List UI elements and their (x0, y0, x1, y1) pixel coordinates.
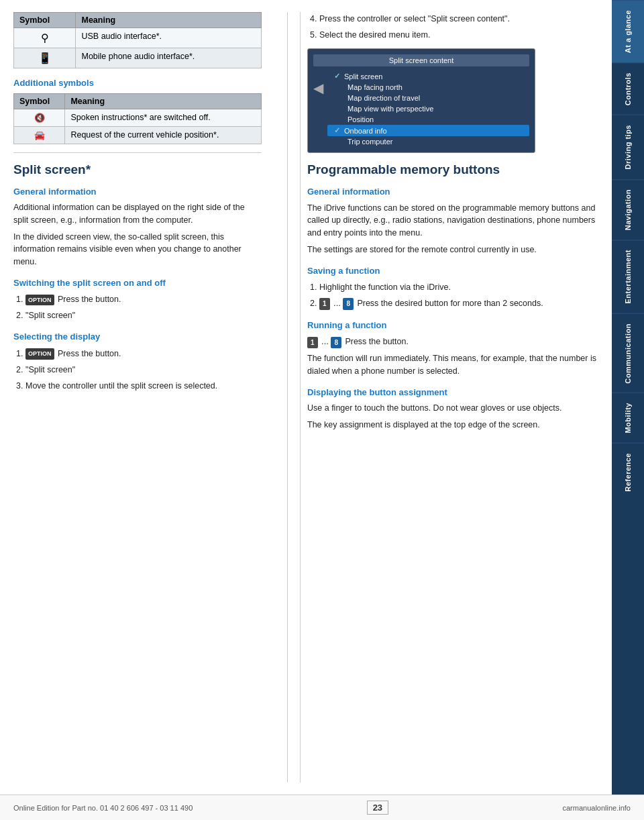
selecting-display-steps: OPTION Press the button. "Split screen" … (13, 347, 262, 393)
main-content: Symbol Meaning ⚲ USB audio interface*. 📱… (0, 0, 612, 795)
screenshot-steps: Press the controller or select "Split sc… (307, 12, 598, 42)
screenshot-item: Trip computer (327, 136, 529, 147)
sidebar-tab-at-a-glance[interactable]: At a glance (612, 0, 644, 62)
sidebar-tab-controls[interactable]: Controls (612, 62, 644, 115)
mem-btn-1: 1 (319, 298, 330, 310)
divider (13, 152, 262, 153)
general-info-para-right-2: The settings are stored for the remote c… (307, 244, 598, 256)
mem-btn-run-1: 1 (307, 337, 318, 348)
right-sidebar: At a glance Controls Driving tips Naviga… (612, 0, 644, 795)
screenshot-item: Map facing north (327, 82, 529, 93)
meaning-cell: Spoken instructions* are switched off. (65, 109, 262, 126)
symbol-cell: 🚘 (14, 126, 65, 144)
additional-symbol-table: Symbol Meaning 🔇 Spoken instructions* ar… (13, 93, 262, 144)
general-info-para-right-1: The iDrive functions can be stored on th… (307, 202, 598, 240)
list-item: Press the controller or select "Split sc… (319, 12, 598, 25)
general-info-heading-right: General information (307, 185, 598, 199)
meaning-header: Meaning (65, 93, 262, 109)
selecting-display-heading: Selecting the display (13, 330, 262, 344)
left-nav-arrow: ◀ (313, 80, 323, 96)
mem-btn-run-8: 8 (331, 337, 341, 348)
saving-heading: Saving a function (307, 264, 598, 278)
sidebar-tab-mobility[interactable]: Mobility (612, 393, 644, 443)
symbol-cell: ⚲ (14, 28, 76, 48)
sidebar-tab-driving-tips[interactable]: Driving tips (612, 115, 644, 179)
check-icon: ✓ (334, 126, 340, 135)
page-container: Symbol Meaning ⚲ USB audio interface*. 📱… (0, 0, 644, 795)
list-item: Select the desired menu item. (319, 28, 598, 42)
screenshot-item: ✓ Split screen (327, 70, 529, 82)
meaning-cell: Request of the current vehicle position*… (65, 126, 262, 144)
displaying-heading: Displaying the button assignment (307, 386, 598, 399)
page-number: 23 (367, 801, 388, 815)
option-button-icon: OPTION (25, 295, 54, 305)
screenshot-item: Map direction of travel (327, 93, 529, 103)
table-row: 🚘 Request of the current vehicle positio… (14, 126, 262, 144)
mem-btn-8: 8 (343, 298, 354, 310)
list-item: OPTION Press the button. (25, 347, 262, 360)
table-row: 🔇 Spoken instructions* are switched off. (14, 109, 262, 126)
saving-steps: Highlight the function via the iDrive. 1… (307, 280, 598, 311)
sidebar-tab-entertainment[interactable]: Entertainment (612, 240, 644, 313)
main-symbol-table: Symbol Meaning ⚲ USB audio interface*. 📱… (13, 12, 262, 68)
list-item: Highlight the function via the iDrive. (319, 280, 598, 294)
general-info-para-2: In the divided screen view, the so-calle… (13, 231, 262, 268)
screenshot-item: Map view with perspective (327, 103, 529, 114)
displaying-para-2: The key assignment is displayed at the t… (307, 419, 598, 431)
symbol-header: Symbol (14, 13, 76, 28)
list-item: 1 ... 8 Press the desired button for mor… (319, 297, 598, 311)
check-icon: ✓ (334, 72, 340, 81)
footer-watermark: carmanualonline.info (562, 804, 631, 812)
column-divider (287, 12, 288, 782)
footer: Online Edition for Part no. 01 40 2 606 … (0, 795, 644, 820)
ellipsis-run: ... (321, 336, 329, 346)
table-row: 📱 Mobile phone audio interface*. (14, 48, 262, 68)
symbol-cell: 📱 (14, 48, 76, 68)
screenshot-items-list: ✓ Split screen Map facing north Map dire… (327, 70, 529, 147)
meaning-cell: Mobile phone audio interface*. (76, 48, 262, 68)
running-heading: Running a function (307, 319, 598, 332)
programmable-title: Programmable memory buttons (307, 162, 598, 177)
list-item: "Split screen" (25, 309, 262, 322)
screenshot-item-highlighted: ✓ Onboard info (327, 125, 529, 136)
list-item: Move the controller until the split scre… (25, 379, 262, 393)
general-info-para-1: Additional information can be displayed … (13, 201, 262, 227)
screenshot-box: Split screen content ◀ ✓ Split screen Ma… (307, 48, 535, 153)
running-intro: 1 ... 8 Press the button. (307, 335, 598, 348)
meaning-header: Meaning (76, 13, 262, 28)
switching-heading: Switching the split screen on and off (13, 276, 262, 290)
switching-steps: OPTION Press the button. "Split screen" (13, 293, 262, 322)
displaying-para-1: Use a finger to touch the buttons. Do no… (307, 402, 598, 415)
split-screen-title: Split screen* (13, 162, 262, 177)
running-para: The function will run immediately. This … (307, 352, 598, 378)
table-row: ⚲ USB audio interface*. (14, 28, 262, 48)
additional-symbols-heading: Additional symbols (13, 76, 262, 90)
right-column: Press the controller or select "Split sc… (300, 12, 598, 782)
meaning-cell: USB audio interface*. (76, 28, 262, 48)
screenshot-title: Split screen content (313, 54, 529, 66)
screenshot-content: ◀ ✓ Split screen Map facing north Map (313, 70, 529, 147)
sidebar-tab-reference[interactable]: Reference (612, 443, 644, 501)
symbol-cell: 🔇 (14, 109, 65, 126)
ellipsis: ... (333, 298, 341, 308)
general-info-heading-left: General information (13, 185, 262, 199)
sidebar-tab-navigation[interactable]: Navigation (612, 179, 644, 240)
sidebar-tab-communication[interactable]: Communication (612, 313, 644, 393)
footer-online-text: Online Edition for Part no. 01 40 2 606 … (13, 804, 193, 812)
symbol-header: Symbol (14, 93, 65, 109)
screenshot-item: Position (327, 114, 529, 125)
list-item: OPTION Press the button. (25, 293, 262, 306)
left-column: Symbol Meaning ⚲ USB audio interface*. 📱… (13, 12, 275, 782)
option-button-icon-2: OPTION (25, 348, 54, 359)
list-item: "Split screen" (25, 363, 262, 376)
